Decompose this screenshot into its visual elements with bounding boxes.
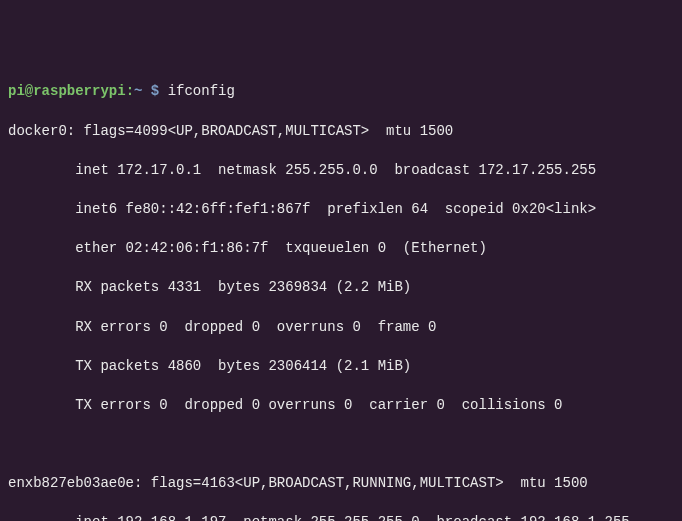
iface-enx-inet: inet 192.168.1.197 netmask 255.255.255.0… [8,513,674,521]
iface-docker0-tx-packets: TX packets 4860 bytes 2306414 (2.1 MiB) [8,357,674,377]
command-text[interactable]: ifconfig [168,83,235,99]
prompt-path: ~ $ [134,83,159,99]
iface-docker0-ether: ether 02:42:06:f1:86:7f txqueuelen 0 (Et… [8,239,674,259]
iface-docker0-inet6: inet6 fe80::42:6ff:fef1:867f prefixlen 6… [8,200,674,220]
prompt-line: pi@raspberrypi:~ $ ifconfig [8,82,674,102]
prompt-colon: : [126,83,134,99]
iface-enx-header: enxb827eb03ae0e: flags=4163<UP,BROADCAST… [8,474,674,494]
iface-docker0-inet: inet 172.17.0.1 netmask 255.255.0.0 broa… [8,161,674,181]
iface-docker0-rx-packets: RX packets 4331 bytes 2369834 (2.2 MiB) [8,278,674,298]
prompt-user-host: pi@raspberrypi [8,83,126,99]
iface-docker0-tx-errors: TX errors 0 dropped 0 overruns 0 carrier… [8,396,674,416]
iface-docker0-rx-errors: RX errors 0 dropped 0 overruns 0 frame 0 [8,318,674,338]
iface-docker0-header: docker0: flags=4099<UP,BROADCAST,MULTICA… [8,122,674,142]
blank-line [8,435,674,455]
